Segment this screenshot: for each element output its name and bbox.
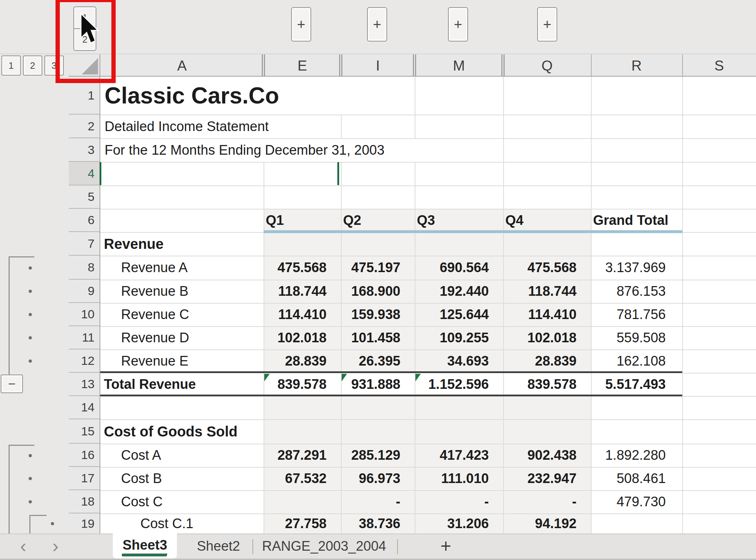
cell-value[interactable]: 67.532 [264,467,334,490]
cell-grand-total-header[interactable]: Grand Total [593,209,668,232]
cell-q2-header[interactable]: Q2 [343,209,361,232]
row-level-2-button[interactable]: 2 [23,55,42,76]
row-header-12[interactable]: 12 [69,349,100,373]
cell-row-label[interactable]: Cost B [121,467,162,490]
cell-row-label[interactable]: Revenue E [121,349,188,373]
cell-row-label[interactable]: Cost A [121,444,161,467]
cell-value[interactable]: 475.568 [503,256,584,280]
column-header-Q[interactable]: Q [503,54,591,77]
cell-total-label[interactable]: Total Revenue [104,373,196,396]
cell-value[interactable]: 876.153 [591,280,675,303]
expand-group-button[interactable]: + [291,7,311,42]
cell-value[interactable]: 690.564 [415,256,496,280]
cell-title[interactable]: Classic Cars.Co [105,77,279,115]
cell-value[interactable]: 102.018 [264,326,334,349]
cell-value[interactable]: 902.438 [503,444,584,467]
cell-value[interactable]: 5.517.493 [591,373,675,396]
column-header-R[interactable]: R [591,54,682,77]
cell-value[interactable]: 125.644 [415,303,496,326]
cell-value[interactable]: 168.900 [341,280,408,303]
tab-range-2003-2004[interactable]: RANGE_2003_2004 [260,534,389,559]
cell-value[interactable]: 162.108 [591,349,675,373]
cell-value[interactable]: - [415,490,496,513]
expand-group-button[interactable]: + [537,7,557,42]
cell-row-label[interactable]: Cost C.1 [140,513,193,534]
cell-period[interactable]: For the 12 Months Ending December 31, 20… [105,138,385,162]
cell-value[interactable]: 1.152.596 [415,373,496,396]
cell-value[interactable]: 285.129 [341,444,408,467]
cell-value[interactable]: 102.018 [503,326,584,349]
cell-value[interactable]: 559.508 [591,326,675,349]
tab-sheet2[interactable]: Sheet2 [186,534,251,559]
row-header-9[interactable]: 9 [69,280,100,303]
next-sheet-button[interactable]: › [43,534,68,559]
row-header-15[interactable]: 15 [69,419,100,444]
cell-row-label[interactable]: Revenue A [121,256,188,280]
cell-value[interactable]: 931.888 [341,373,408,396]
row-header-7[interactable]: 7 [69,232,100,256]
cell-value[interactable]: 475.568 [264,256,334,280]
collapse-group-button[interactable]: − [1,375,23,393]
row-header-10[interactable]: 10 [69,303,100,326]
cell-row-label[interactable]: Cost C [121,490,163,513]
cell-value[interactable]: 232.947 [503,467,584,490]
cell-row-label[interactable]: Revenue D [121,326,189,349]
cell-q4-header[interactable]: Q4 [505,209,524,232]
cell-section-label[interactable]: Cost of Goods Sold [104,419,237,444]
row-header-8[interactable]: 8 [69,256,100,280]
cell-value[interactable]: 28.839 [503,349,584,373]
cell-value[interactable]: 28.839 [264,349,334,373]
cell-value[interactable]: 101.458 [341,326,408,349]
row-header-17[interactable]: 17 [69,467,100,490]
cell-q3-header[interactable]: Q3 [417,209,435,232]
cell-value[interactable]: 27.758 [264,513,334,534]
row-header-3[interactable]: 3 [69,138,100,162]
cell-value[interactable]: 781.756 [591,303,675,326]
cell-value[interactable]: 508.461 [591,467,675,490]
cell-value[interactable]: 109.255 [415,326,496,349]
column-header-I[interactable]: I [341,54,415,77]
cell-value[interactable]: 417.423 [415,444,496,467]
cell-value[interactable]: 31.206 [415,513,496,534]
cell-value[interactable]: - [341,490,408,513]
row-header-2[interactable]: 2 [69,115,100,138]
row-header-5[interactable]: 5 [69,185,100,209]
cell-q1-header[interactable]: Q1 [266,209,284,232]
cell-value[interactable]: 34.693 [415,349,496,373]
row-header-18[interactable]: 18 [69,490,100,513]
cell-value[interactable]: 287.291 [264,444,334,467]
row-header-6[interactable]: 6 [69,209,100,232]
cell-value[interactable]: 114.410 [264,303,334,326]
cell-value[interactable]: 159.938 [341,303,408,326]
column-header-S[interactable]: S [682,54,756,77]
cell-value[interactable]: 26.395 [341,349,408,373]
expand-group-button[interactable]: + [448,7,468,42]
row-header-4[interactable]: 4 [69,162,100,185]
column-header-E[interactable]: E [264,54,341,77]
prev-sheet-button[interactable]: ‹ [11,534,36,559]
cell-value[interactable]: 839.578 [264,373,334,396]
cell-value[interactable]: 96.973 [341,467,408,490]
add-sheet-button[interactable]: + [430,534,462,559]
cell-value[interactable]: 118.744 [264,280,334,303]
cell-value[interactable]: 38.736 [341,513,408,534]
cell-value[interactable]: 3.137.969 [591,256,675,280]
cell-value[interactable]: 1.892.280 [591,444,675,467]
cell-subtitle[interactable]: Detailed Income Statement [105,115,269,138]
cell-value[interactable]: 114.410 [503,303,584,326]
cell-section-label[interactable]: Revenue [104,232,164,256]
cell-value[interactable]: 475.197 [341,256,408,280]
row-header-19[interactable]: 19 [69,513,100,534]
cell-row-label[interactable]: Revenue B [121,280,188,303]
column-header-A[interactable]: A [100,54,264,77]
cell-value[interactable]: 839.578 [503,373,584,396]
cell-value[interactable]: 118.744 [503,280,584,303]
row-header-16[interactable]: 16 [69,444,100,467]
row-level-1-button[interactable]: 1 [1,55,21,76]
expand-group-button[interactable]: + [367,7,387,42]
cell-row-label[interactable]: Revenue C [121,303,189,326]
cell-value[interactable]: 111.010 [415,467,496,490]
row-header-14[interactable]: 14 [69,396,100,419]
column-header-M[interactable]: M [415,54,503,77]
row-header-13[interactable]: 13 [69,373,100,396]
